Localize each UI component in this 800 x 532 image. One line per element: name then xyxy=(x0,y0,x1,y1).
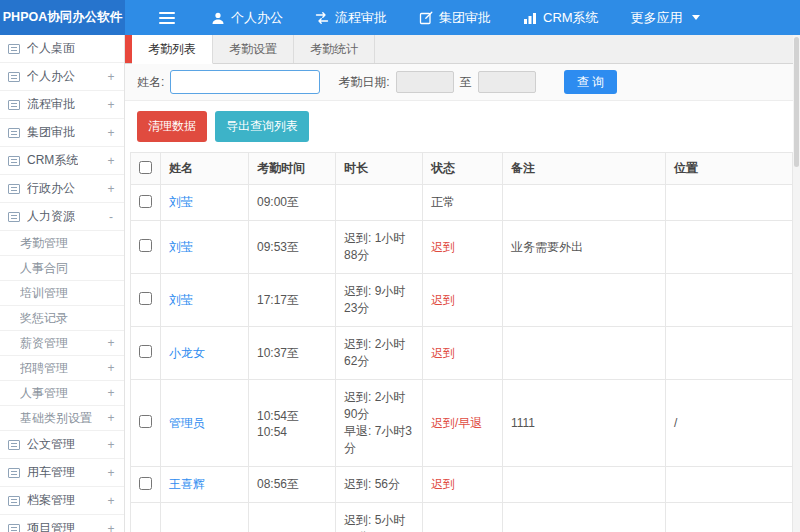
tab-attendance-statistics[interactable]: 考勤统计 xyxy=(294,35,375,63)
sidebar-item[interactable]: 招聘管理+ xyxy=(0,356,124,381)
status-cell: 迟到 xyxy=(423,327,503,380)
tab-attendance-settings[interactable]: 考勤设置 xyxy=(213,35,294,63)
expand-plus-icon[interactable]: + xyxy=(106,466,116,480)
sidebar-item-label: 档案管理 xyxy=(27,492,75,509)
expand-plus-icon[interactable]: + xyxy=(106,98,116,112)
row-select-cell xyxy=(131,274,161,327)
attendance-row: 刘莹09:53至迟到: 1小时88分迟到业务需要外出 xyxy=(131,221,793,274)
sidebar-item-label: 奖惩记录 xyxy=(20,310,68,327)
employee-name-link[interactable]: 王喜辉 xyxy=(169,477,205,491)
column-header-time: 考勤时间 xyxy=(249,153,336,185)
name-filter-input[interactable] xyxy=(170,70,320,94)
sidebar-item[interactable]: 人力资源- xyxy=(0,203,124,231)
duration-cell: 迟到: 56分 xyxy=(336,467,423,503)
app-logo: PHPOA协同办公软件 xyxy=(0,0,125,35)
employee-name-link[interactable]: 刘莹 xyxy=(169,293,193,307)
sidebar-item[interactable]: 公文管理+ xyxy=(0,431,124,459)
expand-plus-icon[interactable]: + xyxy=(106,411,116,425)
sidebar-item[interactable]: 流程审批+ xyxy=(0,91,124,119)
name-cell: 黄蓉 xyxy=(161,503,249,532)
expand-plus-icon[interactable]: + xyxy=(106,522,116,532)
location-cell: / xyxy=(666,503,793,532)
expand-plus-icon[interactable]: + xyxy=(106,154,116,168)
sidebar-item[interactable]: 人事合同 xyxy=(0,256,124,281)
sidebar-item[interactable]: 薪资管理+ xyxy=(0,331,124,356)
employee-name-link[interactable]: 管理员 xyxy=(169,416,205,430)
expand-plus-icon[interactable]: + xyxy=(106,361,116,375)
expand-plus-icon[interactable]: + xyxy=(106,386,116,400)
attendance-row: 刘莹17:17至迟到: 9小时23分迟到 xyxy=(131,274,793,327)
tab-accent-bar xyxy=(125,35,132,63)
note-cell: 1111 xyxy=(503,380,666,467)
name-cell: 刘莹 xyxy=(161,185,249,221)
expand-plus-icon[interactable]: + xyxy=(106,126,116,140)
export-list-button[interactable]: 导出查询列表 xyxy=(215,111,309,142)
attendance-row: 小龙女10:37至迟到: 2小时62分迟到 xyxy=(131,327,793,380)
sidebar-item[interactable]: 奖惩记录 xyxy=(0,306,124,331)
row-select-cell xyxy=(131,503,161,532)
attendance-table: 姓名 考勤时间 时长 状态 备注 位置 刘莹09:00至正常刘莹09:53至迟到… xyxy=(130,152,793,532)
document-icon xyxy=(8,440,20,450)
nav-more-apps[interactable]: 更多应用 xyxy=(615,0,716,35)
clean-data-button[interactable]: 清理数据 xyxy=(137,111,207,142)
name-filter-label: 姓名: xyxy=(137,74,164,91)
row-checkbox[interactable] xyxy=(139,415,152,428)
sidebar-item[interactable]: 考勤管理 xyxy=(0,231,124,256)
search-button[interactable]: 查 询 xyxy=(564,70,617,94)
tab-label: 考勤设置 xyxy=(229,41,277,58)
attendance-row: 黄蓉13:20至13:20迟到: 5小时33分早退: 4小时67分迟到/早退/ xyxy=(131,503,793,532)
sidebar-item[interactable]: 行政办公+ xyxy=(0,175,124,203)
menu-toggle-icon[interactable] xyxy=(143,0,191,35)
archive-icon xyxy=(8,496,20,506)
employee-name-link[interactable]: 刘莹 xyxy=(169,195,193,209)
row-checkbox[interactable] xyxy=(139,239,152,252)
tab-attendance-list[interactable]: 考勤列表 xyxy=(132,35,213,64)
select-all-checkbox[interactable] xyxy=(139,161,152,174)
sidebar-item[interactable]: 用车管理+ xyxy=(0,459,124,487)
project-icon xyxy=(8,524,20,532)
status-cell: 迟到 xyxy=(423,274,503,327)
row-checkbox[interactable] xyxy=(139,195,152,208)
nav-label: 个人办公 xyxy=(231,9,283,27)
sidebar-item[interactable]: 人事管理+ xyxy=(0,381,124,406)
sidebar-item[interactable]: 个人办公+ xyxy=(0,63,124,91)
sidebar-item[interactable]: CRM系统+ xyxy=(0,147,124,175)
expand-plus-icon[interactable]: + xyxy=(106,336,116,350)
scrollbar[interactable] xyxy=(793,35,800,532)
attendance-time-cell: 09:53至 xyxy=(249,221,336,274)
sidebar-item-label: 基础类别设置 xyxy=(20,410,92,427)
select-all-cell xyxy=(131,153,161,185)
status-cell: 迟到 xyxy=(423,221,503,274)
sidebar-item[interactable]: 档案管理+ xyxy=(0,487,124,515)
expand-plus-icon[interactable]: + xyxy=(106,494,116,508)
date-to-input[interactable] xyxy=(478,71,536,93)
employee-name-link[interactable]: 刘莹 xyxy=(169,240,193,254)
duration-cell: 迟到: 9小时23分 xyxy=(336,274,423,327)
nav-group-approval[interactable]: 集团审批 xyxy=(403,0,507,35)
column-header-status: 状态 xyxy=(423,153,503,185)
sidebar-item-label: 培训管理 xyxy=(20,285,68,302)
date-from-input[interactable] xyxy=(396,71,454,93)
sidebar-item[interactable]: 基础类别设置+ xyxy=(0,406,124,431)
expand-plus-icon[interactable]: + xyxy=(106,438,116,452)
sidebar-item-label: 考勤管理 xyxy=(20,235,68,252)
sidebar-item[interactable]: 个人桌面 xyxy=(0,35,124,63)
scrollbar-thumb[interactable] xyxy=(794,37,799,167)
approval-edit-icon xyxy=(419,11,433,25)
nav-personal-office[interactable]: 个人办公 xyxy=(195,0,299,35)
sidebar-item-label: 招聘管理 xyxy=(20,360,68,377)
sidebar-item[interactable]: 项目管理+ xyxy=(0,515,124,532)
collapse-minus-icon[interactable]: - xyxy=(106,210,116,224)
expand-plus-icon[interactable]: + xyxy=(106,70,116,84)
expand-plus-icon[interactable]: + xyxy=(106,182,116,196)
row-checkbox[interactable] xyxy=(139,345,152,358)
row-checkbox[interactable] xyxy=(139,477,152,490)
sidebar-item[interactable]: 培训管理 xyxy=(0,281,124,306)
sidebar-item[interactable]: 集团审批+ xyxy=(0,119,124,147)
employee-name-link[interactable]: 小龙女 xyxy=(169,346,205,360)
nav-workflow-approval[interactable]: 流程审批 xyxy=(299,0,403,35)
chevron-down-icon xyxy=(692,15,700,20)
row-checkbox[interactable] xyxy=(139,292,152,305)
sidebar-item-label: 人事管理 xyxy=(20,385,68,402)
nav-crm-system[interactable]: CRM系统 xyxy=(507,0,615,35)
